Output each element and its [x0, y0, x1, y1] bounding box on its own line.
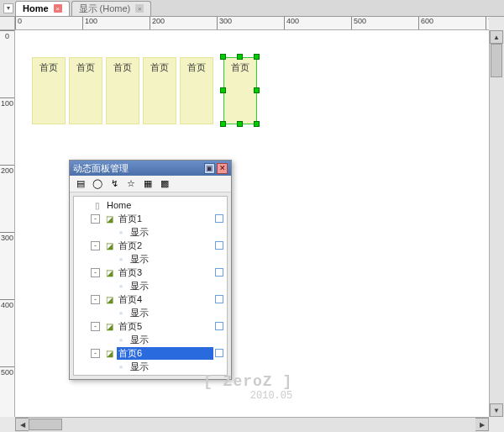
- app-root: ▾ Home×显示 (Home)× 0100200300400500600700…: [0, 0, 504, 432]
- tree-node[interactable]: -◪首页4: [74, 292, 227, 306]
- canvas-widget[interactable]: 首页: [69, 57, 102, 124]
- toolbar-◯-icon[interactable]: ◯: [92, 178, 103, 190]
- ruler-tick: 500: [351, 17, 366, 30]
- scroll-v-track[interactable]: [490, 44, 504, 403]
- scroll-h-track[interactable]: [29, 418, 475, 432]
- node-visibility-icon[interactable]: [215, 214, 223, 223]
- expand-icon[interactable]: -: [91, 268, 100, 277]
- canvas-widget[interactable]: 首页: [180, 57, 213, 124]
- expand-icon[interactable]: -: [91, 241, 100, 250]
- tab-label: 显示 (Home): [79, 3, 131, 15]
- tree-node-label: 首页1: [117, 213, 213, 225]
- selection-handle[interactable]: [254, 87, 260, 93]
- close-icon[interactable]: ×: [54, 4, 62, 13]
- scroll-right-icon[interactable]: ▶: [475, 418, 489, 431]
- canvas-widget[interactable]: 首页: [106, 57, 139, 124]
- toolbar-tbl1-icon[interactable]: ▦: [142, 178, 154, 190]
- selection-handle[interactable]: [254, 54, 260, 60]
- node-visibility-icon[interactable]: [215, 322, 223, 330]
- tree-node-label: Home: [105, 200, 227, 210]
- widget-label: 首页: [187, 62, 206, 72]
- state-icon: ▫: [115, 308, 127, 318]
- group-icon: ◪: [103, 294, 115, 304]
- state-icon: ▫: [115, 361, 127, 371]
- canvas-widget[interactable]: 首页: [32, 57, 66, 124]
- tree-node-label: 显示: [129, 361, 227, 373]
- scroll-up-icon[interactable]: ▲: [490, 30, 503, 44]
- scroll-v-thumb[interactable]: [491, 44, 502, 77]
- ruler-tick: 400: [0, 299, 14, 309]
- tree-node-label: 显示: [129, 280, 227, 292]
- document-tab[interactable]: 显示 (Home)×: [71, 1, 152, 16]
- panel-titlebar[interactable]: 动态面板管理▣✕: [70, 161, 231, 176]
- tree-node[interactable]: -◪首页5: [74, 319, 227, 333]
- tree-node[interactable]: ▫显示: [74, 306, 227, 319]
- node-visibility-icon[interactable]: [215, 241, 223, 250]
- tree-node[interactable]: ▫显示: [74, 252, 227, 266]
- watermark-title: [ ZeroZ ]: [203, 373, 292, 390]
- dynamic-panel-manager[interactable]: 动态面板管理▣✕▤◯↯☆▦▩▯Home-◪首页1▫显示-◪首页2▫显示-◪首页3…: [69, 160, 232, 380]
- tree-node[interactable]: ▫显示: [74, 225, 227, 239]
- scroll-h-thumb[interactable]: [29, 419, 62, 430]
- selection-handle[interactable]: [237, 54, 243, 60]
- expand-icon[interactable]: -: [91, 349, 100, 358]
- tree-node[interactable]: -◪首页3: [74, 266, 227, 279]
- selection-handle[interactable]: [220, 54, 226, 60]
- tree-node-label: 显示: [129, 307, 227, 319]
- node-visibility-icon[interactable]: [215, 349, 223, 357]
- selection-handle[interactable]: [237, 121, 243, 127]
- tree-node[interactable]: -◪首页1: [74, 212, 227, 225]
- node-visibility-icon[interactable]: [215, 268, 223, 277]
- tab-dropdown-icon[interactable]: ▾: [3, 3, 13, 13]
- document-tab[interactable]: Home×: [15, 1, 70, 16]
- scroll-left-icon[interactable]: ◀: [15, 418, 29, 431]
- group-icon: ◪: [103, 321, 115, 331]
- group-icon: ◪: [103, 267, 115, 277]
- selection-handle[interactable]: [220, 121, 226, 127]
- canvas-widget[interactable]: 首页: [143, 57, 176, 124]
- ruler-tick: 0: [0, 30, 14, 40]
- expand-icon[interactable]: -: [91, 295, 100, 304]
- tree-node[interactable]: ▫显示: [74, 333, 227, 346]
- tree-node-label: 首页2: [117, 240, 213, 252]
- toolbar-☆-icon[interactable]: ☆: [125, 178, 137, 190]
- tab-label: Home: [23, 3, 49, 13]
- tree-node[interactable]: ▫显示: [74, 279, 227, 292]
- canvas-widget[interactable]: 首页: [223, 57, 257, 124]
- tree-node[interactable]: ▯Home: [74, 198, 227, 212]
- ruler-horizontal: 0100200300400500600700: [15, 17, 489, 30]
- tree-node[interactable]: -◪首页6: [74, 346, 227, 360]
- toolbar-↯-icon[interactable]: ↯: [108, 178, 120, 190]
- panel-min-icon[interactable]: ▣: [204, 163, 215, 174]
- tree-node-label: 首页5: [117, 320, 213, 333]
- tree-node-label: 首页3: [117, 266, 213, 279]
- selection-handle[interactable]: [220, 87, 226, 93]
- group-icon: ◪: [103, 240, 115, 250]
- node-visibility-icon[interactable]: [215, 295, 223, 303]
- canvas-viewport[interactable]: 首页首页首页首页首页首页动态面板管理▣✕▤◯↯☆▦▩▯Home-◪首页1▫显示-…: [15, 30, 489, 417]
- scroll-down-icon[interactable]: ▼: [490, 403, 503, 417]
- state-icon: ▫: [115, 254, 127, 264]
- document-tabbar: ▾ Home×显示 (Home)×: [0, 0, 504, 17]
- tree-node[interactable]: ▫显示: [74, 360, 227, 373]
- ruler-tick: 200: [0, 165, 14, 175]
- widget-label: 首页: [76, 62, 95, 72]
- scrollbar-horizontal[interactable]: ◀ ▶: [15, 417, 489, 432]
- expand-icon[interactable]: -: [91, 214, 100, 224]
- selection-handle[interactable]: [254, 121, 260, 127]
- widget-label: 首页: [150, 62, 169, 72]
- toolbar-tbl2-icon[interactable]: ▩: [159, 178, 171, 190]
- panel-close-icon[interactable]: ✕: [217, 163, 228, 174]
- widget-label: 首页: [231, 62, 249, 72]
- expand-icon[interactable]: -: [91, 322, 100, 331]
- close-icon[interactable]: ×: [135, 4, 144, 13]
- toolbar-doc-icon[interactable]: ▤: [75, 178, 87, 190]
- design-canvas[interactable]: 首页首页首页首页首页首页动态面板管理▣✕▤◯↯☆▦▩▯Home-◪首页1▫显示-…: [15, 30, 489, 417]
- scrollbar-vertical[interactable]: ▲ ▼: [489, 30, 504, 417]
- tree-node[interactable]: -◪首页2: [74, 239, 227, 252]
- tree-node-label: 显示: [129, 253, 227, 266]
- state-icon: ▫: [115, 335, 127, 345]
- page-icon: ▯: [92, 200, 103, 210]
- ruler-tick: 700: [486, 17, 489, 30]
- tree-node-label: 显示: [129, 226, 227, 239]
